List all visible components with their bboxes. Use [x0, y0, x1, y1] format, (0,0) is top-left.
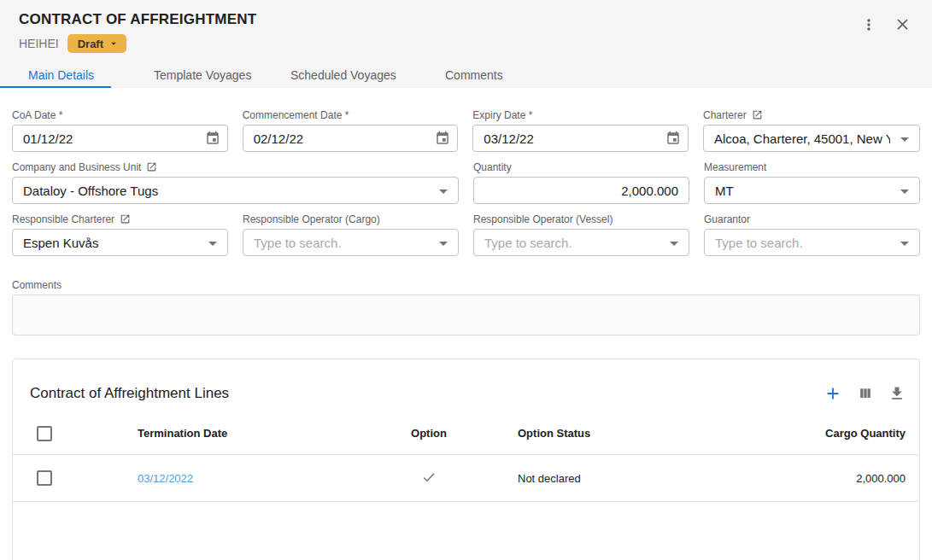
- responsible-operator-vessel-field: Responsible Operator (Vessel): [473, 213, 689, 256]
- comments-field: Comments: [12, 279, 920, 335]
- guarantor-input[interactable]: [715, 236, 890, 250]
- more-vert-icon[interactable]: [860, 16, 877, 33]
- expiry-date-label: Expiry Date *: [472, 109, 689, 120]
- company-business-unit-value: Dataloy - Offshore Tugs: [23, 184, 429, 198]
- comments-label: Comments: [12, 279, 920, 290]
- dropdown-caret-icon: [670, 242, 678, 246]
- cargo-quantity-value: 2,000.000: [689, 472, 919, 485]
- guarantor-label: Guarantor: [704, 213, 920, 225]
- responsible-charterer-select[interactable]: Espen Kuvås: [12, 229, 228, 256]
- expiry-date-input-wrap: [472, 125, 689, 152]
- option-status-value: Not declared: [493, 472, 689, 485]
- column-settings-icon[interactable]: [857, 385, 874, 402]
- quantity-field: Quantity: [473, 161, 689, 204]
- tab-template-voyages[interactable]: Template Voyages: [154, 68, 251, 82]
- open-in-new-icon[interactable]: [120, 213, 131, 225]
- dropdown-caret-icon: [900, 190, 909, 194]
- expiry-date-input[interactable]: [484, 131, 657, 146]
- commencement-date-input-wrap: [243, 125, 459, 152]
- select-all-checkbox[interactable]: [37, 426, 52, 441]
- measurement-label: Measurement: [704, 161, 920, 172]
- company-business-unit-select[interactable]: Dataloy - Offshore Tugs: [12, 177, 459, 204]
- responsible-operator-cargo-input[interactable]: [254, 236, 429, 250]
- guarantor-input-wrap: [704, 229, 920, 256]
- form-row-1: CoA Date * Commencement Date *: [12, 109, 920, 152]
- calendar-icon[interactable]: [665, 131, 681, 149]
- charterer-label: Charterer: [703, 109, 747, 121]
- commencement-date-field: Commencement Date *: [243, 109, 459, 152]
- calendar-icon[interactable]: [435, 131, 450, 149]
- coa-date-field: CoA Date *: [12, 109, 228, 152]
- coa-lines-title: Contract of Affreightment Lines: [30, 385, 229, 402]
- dropdown-caret-icon: [900, 137, 909, 142]
- commencement-date-input[interactable]: [254, 131, 427, 146]
- tab-comments[interactable]: Comments: [445, 68, 503, 82]
- commencement-date-label: Commencement Date *: [243, 109, 459, 120]
- dropdown-caret-icon: [439, 242, 448, 246]
- coa-lines-card: Contract of Affreightment Lines Terminat…: [12, 359, 920, 560]
- check-icon: [421, 470, 437, 485]
- add-line-icon[interactable]: [824, 384, 842, 403]
- lines-table-header: Termination Date Option Option Status Ca…: [13, 412, 919, 455]
- coa-lines-card-header: Contract of Affreightment Lines: [13, 359, 919, 412]
- comments-textarea[interactable]: [12, 295, 920, 335]
- measurement-field: Measurement MT: [704, 161, 920, 204]
- expiry-date-field: Expiry Date *: [472, 109, 689, 152]
- coa-date-input[interactable]: [23, 131, 196, 146]
- responsible-operator-cargo-label: Responsible Operator (Cargo): [243, 213, 459, 225]
- dropdown-caret-icon: [208, 242, 217, 246]
- chevron-down-icon: [108, 38, 120, 50]
- responsible-charterer-label: Responsible Charterer: [12, 213, 114, 225]
- open-in-new-icon[interactable]: [146, 161, 157, 172]
- tab-scheduled-voyages[interactable]: Scheduled Voyages: [290, 68, 396, 82]
- responsible-operator-vessel-input-wrap: [473, 229, 689, 256]
- download-icon[interactable]: [888, 385, 906, 402]
- topbar: CONTRACT OF AFFREIGHTMENT HEIHEI Draft M…: [0, 0, 932, 88]
- termination-date-link[interactable]: 03/12/2022: [138, 472, 193, 485]
- measurement-value: MT: [715, 184, 890, 198]
- col-option-status: Option Status: [493, 427, 689, 440]
- active-tab-indicator: [0, 86, 111, 88]
- guarantor-field: Guarantor: [704, 213, 920, 256]
- responsible-operator-vessel-input[interactable]: [484, 236, 659, 250]
- charterer-select[interactable]: Alcoa, Charterer, 45001, New York: [703, 125, 920, 152]
- page-title: CONTRACT OF AFFREIGHTMENT: [19, 11, 256, 28]
- quantity-input[interactable]: [484, 184, 678, 198]
- measurement-select[interactable]: MT: [704, 177, 920, 204]
- calendar-icon[interactable]: [205, 131, 220, 149]
- quantity-input-wrap: [473, 177, 689, 204]
- responsible-operator-cargo-input-wrap: [243, 229, 459, 256]
- row-checkbox[interactable]: [37, 470, 52, 486]
- form-row-3: Responsible Charterer Espen Kuvås Respon…: [12, 213, 920, 256]
- tab-main-details[interactable]: Main Details: [28, 68, 94, 82]
- coa-date-input-wrap: [12, 125, 228, 152]
- contract-code: HEIHEI: [19, 37, 59, 50]
- coa-date-label: CoA Date *: [12, 109, 228, 120]
- responsible-charterer-value: Espen Kuvås: [23, 236, 198, 250]
- lines-table-row: 03/12/2022 Not declared 2,000.000: [13, 455, 919, 502]
- contract-subheader: HEIHEI Draft: [19, 34, 126, 53]
- col-cargo-quantity: Cargo Quantity: [689, 427, 919, 440]
- close-icon[interactable]: [894, 15, 911, 33]
- col-termination-date: Termination Date: [126, 427, 365, 440]
- status-badge[interactable]: Draft: [67, 34, 126, 53]
- responsible-operator-cargo-field: Responsible Operator (Cargo): [243, 213, 459, 256]
- responsible-charterer-field: Responsible Charterer Espen Kuvås: [12, 213, 228, 256]
- window-actions: [860, 15, 911, 33]
- dropdown-caret-icon: [900, 242, 909, 246]
- col-option: Option: [365, 427, 493, 440]
- responsible-operator-vessel-label: Responsible Operator (Vessel): [473, 213, 689, 225]
- charterer-value: Alcoa, Charterer, 45001, New York: [714, 131, 890, 146]
- charterer-field: Charterer Alcoa, Charterer, 45001, New Y…: [703, 109, 920, 152]
- main-details-form: CoA Date * Commencement Date *: [0, 88, 932, 335]
- company-business-unit-label: Company and Business Unit: [12, 161, 141, 173]
- open-in-new-icon[interactable]: [752, 109, 763, 120]
- dropdown-caret-icon: [439, 190, 448, 194]
- form-row-2: Company and Business Unit Dataloy - Offs…: [12, 161, 920, 204]
- company-business-unit-field: Company and Business Unit Dataloy - Offs…: [12, 161, 459, 204]
- status-badge-label: Draft: [78, 38, 103, 50]
- coa-lines-toolbar: [824, 384, 906, 403]
- contract-of-affreightment-window: CONTRACT OF AFFREIGHTMENT HEIHEI Draft M…: [0, 0, 932, 560]
- quantity-label: Quantity: [473, 161, 689, 172]
